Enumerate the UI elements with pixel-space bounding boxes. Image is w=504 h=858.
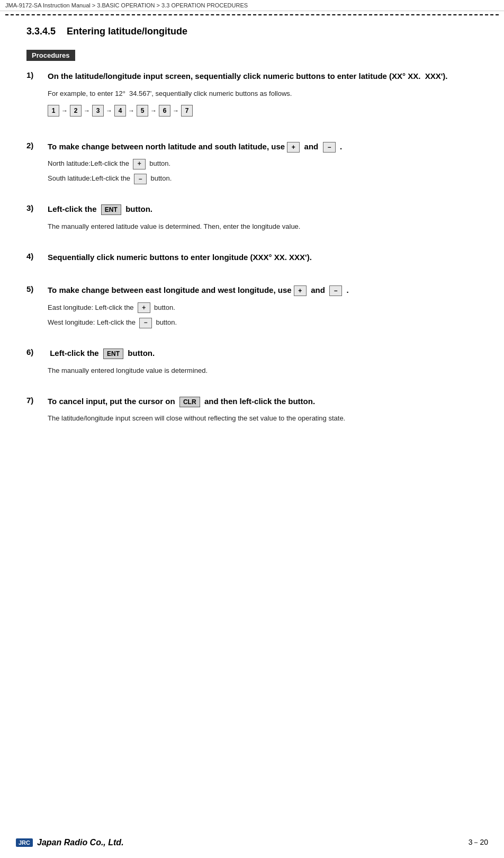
step-5-number: 5) (26, 284, 48, 293)
step-6-number: 6) (26, 347, 48, 356)
step-5-plus-btn: + (294, 285, 307, 296)
footer-logo: JRC Japan Radio Co., Ltd. (16, 838, 124, 847)
main-content: 3.3.4.5 Entering latitude/longitude Proc… (0, 15, 504, 464)
step-6: 6) Left-click the ENT button. The manual… (26, 347, 478, 380)
jrc-label: JRC (16, 838, 33, 847)
step-1-body: For example, to enter 12° 34.567', seque… (48, 88, 478, 100)
step-4: 4) Sequentially click numeric buttons to… (26, 252, 478, 269)
step-6-body: The manually entered longitude value is … (48, 365, 478, 377)
seq-btn-3: 3 (92, 105, 104, 117)
step-1-content: On the latitude/longitude input screen, … (48, 70, 478, 125)
step-3-body: The manually entered latitude value is d… (48, 221, 478, 233)
step-5-content: To make change between east longitude an… (48, 284, 478, 332)
step-4-title: Sequentially click numeric buttons to en… (48, 252, 478, 264)
step-2-number: 2) (26, 141, 48, 150)
step-7-title: To cancel input, put the cursor on CLR a… (48, 396, 478, 408)
step-2-north: North latitude:Left-click the + button. (48, 158, 478, 169)
seq-btn-1: 1 (48, 105, 59, 117)
step-5-east: East longitude: Left-click the + button. (48, 302, 478, 314)
section-title: 3.3.4.5 Entering latitude/longitude (26, 26, 478, 37)
step-5-east-btn: + (138, 302, 150, 313)
seq-btn-7: 7 (181, 105, 193, 117)
step-2-south: South latitude:Left-click the － button. (48, 173, 478, 184)
step-2-minus-btn: － (323, 142, 336, 153)
step-3-number: 3) (26, 203, 48, 212)
step-3-content: Left-click the ENT button. The manually … (48, 203, 478, 236)
step-7-clr-btn: CLR (179, 397, 200, 407)
steps-list: 1) On the latitude/longitude input scree… (26, 70, 478, 427)
step-5-title: To make change between east longitude an… (48, 284, 478, 297)
step-3: 3) Left-click the ENT button. The manual… (26, 203, 478, 236)
page-number: 3－20 (469, 838, 488, 847)
step-3-title: Left-click the ENT button. (48, 203, 478, 216)
step-2-plus-btn: + (287, 142, 300, 153)
step-6-ent-btn: ENT (103, 348, 123, 359)
step-5-west: West longitude: Left-click the － button. (48, 317, 478, 328)
step-4-content: Sequentially click numeric buttons to en… (48, 252, 478, 269)
seq-btn-4: 4 (114, 105, 126, 117)
step-7-number: 7) (26, 396, 48, 405)
step-4-number: 4) (26, 252, 48, 261)
step-1-number: 1) (26, 70, 48, 79)
seq-btn-2: 2 (70, 105, 82, 117)
step-7-content: To cancel input, put the cursor on CLR a… (48, 396, 478, 428)
step-7: 7) To cancel input, put the cursor on CL… (26, 396, 478, 428)
step-6-content: Left-click the ENT button. The manually … (48, 347, 478, 380)
step-5: 5) To make change between east longitude… (26, 284, 478, 332)
procedures-badge: Procedures (26, 50, 75, 61)
footer: JRC Japan Radio Co., Ltd. 3－20 (0, 838, 504, 847)
seq-btn-5: 5 (137, 105, 148, 117)
step-5-west-btn: － (139, 318, 152, 328)
step-2-south-btn: － (134, 174, 147, 184)
company-name: Japan Radio Co., Ltd. (37, 838, 124, 847)
step-2: 2) To make change between north latitude… (26, 141, 478, 188)
step-2-north-btn: + (133, 159, 146, 169)
step-1: 1) On the latitude/longitude input scree… (26, 70, 478, 125)
step-6-title: Left-click the ENT button. (48, 347, 478, 360)
step-2-title: To make change between north latitude an… (48, 141, 478, 153)
step-5-minus-btn: － (329, 285, 342, 296)
breadcrumb: JMA-9172-SA Instruction Manual > 3.BASIC… (0, 0, 504, 11)
step-1-seq: 1 → 2 → 3 → 4 → 5 → 6 → 7 (48, 105, 478, 117)
step-3-ent-btn: ENT (101, 204, 121, 215)
step-1-title: On the latitude/longitude input screen, … (48, 70, 478, 83)
step-2-content: To make change between north latitude an… (48, 141, 478, 188)
seq-btn-6: 6 (159, 105, 170, 117)
step-7-body: The latitude/longitude input screen will… (48, 413, 478, 424)
